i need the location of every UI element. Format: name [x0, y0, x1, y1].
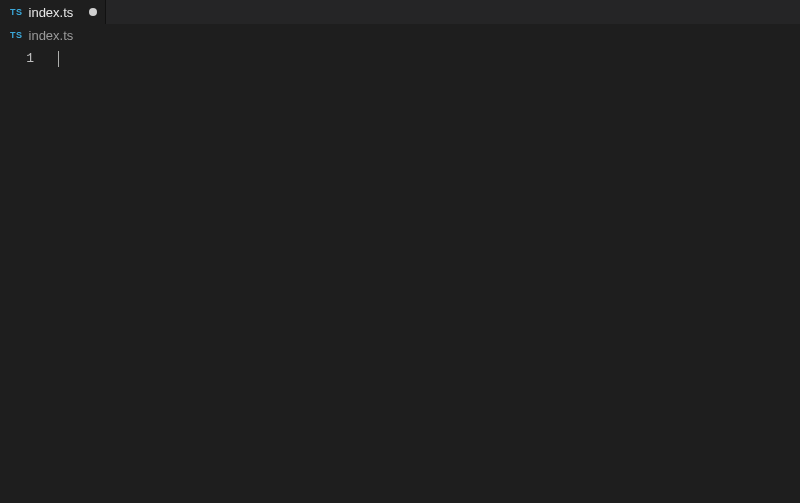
tab-index-ts[interactable]: TS index.ts: [0, 0, 106, 24]
typescript-icon: TS: [10, 31, 23, 40]
code-line[interactable]: [58, 50, 800, 68]
code-editor[interactable]: 1: [0, 46, 800, 503]
tab-label: index.ts: [29, 6, 74, 19]
text-cursor: [58, 51, 59, 67]
line-number-gutter: 1: [0, 46, 58, 503]
typescript-icon: TS: [10, 8, 23, 17]
unsaved-dot-icon[interactable]: [89, 8, 97, 16]
line-number: 1: [0, 50, 58, 68]
breadcrumb-filename: index.ts: [29, 29, 74, 42]
code-area[interactable]: [58, 46, 800, 503]
breadcrumb[interactable]: TS index.ts: [0, 24, 800, 46]
tab-bar: TS index.ts: [0, 0, 800, 24]
editor-root: TS index.ts TS index.ts 1: [0, 0, 800, 503]
